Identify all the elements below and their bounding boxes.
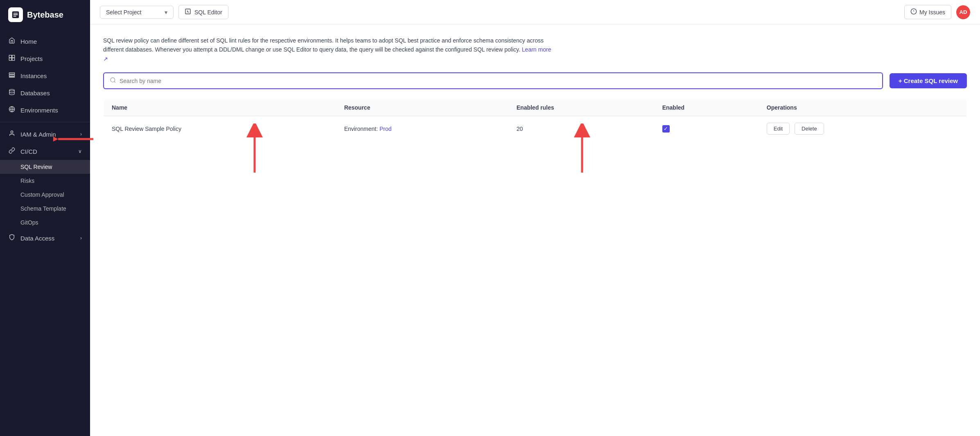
my-issues-icon bbox=[910, 8, 917, 16]
sidebar-item-environments[interactable]: Environments bbox=[0, 101, 90, 119]
data-access-icon bbox=[8, 234, 16, 242]
col-operations: Operations bbox=[759, 99, 967, 116]
sidebar-item-home-label: Home bbox=[20, 38, 37, 45]
my-issues-button[interactable]: My Issues bbox=[904, 5, 951, 19]
svg-rect-6 bbox=[9, 74, 14, 76]
create-sql-review-button[interactable]: + Create SQL review bbox=[890, 73, 967, 88]
sidebar-item-cicd-label: CI/CD bbox=[20, 148, 37, 155]
iam-chevron-icon: › bbox=[80, 131, 82, 137]
home-icon bbox=[8, 37, 16, 45]
sidebar: Bytebase Home Projects Instances bbox=[0, 0, 90, 436]
description-main: SQL review policy can define different s… bbox=[103, 37, 544, 53]
sidebar-item-instances[interactable]: Instances bbox=[0, 67, 90, 84]
svg-rect-5 bbox=[9, 73, 14, 74]
logo-icon bbox=[8, 7, 23, 22]
select-project-label: Select Project bbox=[106, 9, 141, 16]
delete-button[interactable]: Delete bbox=[795, 123, 824, 135]
instances-icon bbox=[8, 72, 16, 80]
col-name: Name bbox=[104, 99, 336, 116]
svg-rect-1 bbox=[9, 55, 11, 58]
logo[interactable]: Bytebase bbox=[0, 0, 90, 29]
sidebar-item-risks[interactable]: Risks bbox=[0, 174, 90, 188]
my-issues-label: My Issues bbox=[919, 9, 945, 16]
col-enabled: Enabled bbox=[654, 99, 759, 116]
table-header-row: Name Resource Enabled rules Enabled Oper… bbox=[104, 99, 967, 116]
sql-editor-label: SQL Editor bbox=[194, 9, 222, 16]
enabled-checkbox[interactable]: ✓ bbox=[662, 125, 670, 133]
projects-icon bbox=[8, 54, 16, 63]
sidebar-item-databases-label: Databases bbox=[20, 90, 50, 97]
sql-editor-icon bbox=[185, 8, 191, 16]
select-project-dropdown[interactable]: Select Project ▾ bbox=[100, 6, 174, 19]
nav-divider bbox=[0, 122, 90, 122]
svg-rect-4 bbox=[12, 58, 15, 61]
chevron-down-icon: ▾ bbox=[165, 9, 167, 16]
sidebar-item-sql-review-label: SQL Review bbox=[20, 164, 52, 170]
external-link-icon: ↗ bbox=[103, 56, 108, 62]
search-box bbox=[103, 72, 883, 89]
cicd-chevron-icon: ∨ bbox=[78, 148, 82, 154]
sidebar-item-instances-label: Instances bbox=[20, 72, 47, 79]
row-resource: Environment: Prod bbox=[336, 116, 508, 142]
sidebar-item-projects-label: Projects bbox=[20, 55, 43, 62]
search-icon bbox=[110, 77, 116, 85]
sidebar-item-databases[interactable]: Databases bbox=[0, 84, 90, 101]
cicd-icon bbox=[8, 147, 16, 155]
sidebar-item-environments-label: Environments bbox=[20, 107, 58, 114]
sidebar-item-risks-label: Risks bbox=[20, 178, 34, 184]
search-input[interactable] bbox=[120, 78, 876, 84]
svg-point-10 bbox=[11, 131, 13, 133]
svg-rect-7 bbox=[9, 76, 14, 77]
databases-icon bbox=[8, 89, 16, 97]
svg-line-16 bbox=[114, 81, 115, 83]
edit-button[interactable]: Edit bbox=[767, 123, 790, 135]
svg-point-15 bbox=[111, 78, 115, 82]
sidebar-item-schema-template-label: Schema Template bbox=[20, 205, 66, 212]
app-name: Bytebase bbox=[27, 10, 63, 20]
sidebar-item-cicd[interactable]: CI/CD ∨ bbox=[0, 143, 90, 160]
col-resource: Resource bbox=[336, 99, 508, 116]
row-operations: Edit Delete bbox=[759, 116, 967, 142]
sidebar-item-data-access-label: Data Access bbox=[20, 235, 54, 242]
resource-link[interactable]: Prod bbox=[379, 126, 392, 132]
svg-point-8 bbox=[9, 89, 14, 91]
row-enabled-rules: 20 bbox=[508, 116, 654, 142]
policy-table: Name Resource Enabled rules Enabled Oper… bbox=[103, 99, 967, 142]
sql-editor-button[interactable]: SQL Editor bbox=[178, 5, 228, 19]
description-text: SQL review policy can define different s… bbox=[103, 36, 553, 63]
row-enabled: ✓ bbox=[654, 116, 759, 142]
sidebar-item-custom-approval-label: Custom Approval bbox=[20, 191, 64, 198]
sidebar-item-iam-admin[interactable]: IAM & Admin › bbox=[0, 126, 90, 143]
resource-prefix: Environment: bbox=[344, 126, 379, 132]
content-area: SQL review policy can define different s… bbox=[90, 25, 980, 436]
main-content: Select Project ▾ SQL Editor My Issues AD… bbox=[90, 0, 980, 436]
row-name: SQL Review Sample Policy bbox=[104, 116, 336, 142]
table-row: SQL Review Sample Policy Environment: Pr… bbox=[104, 116, 967, 142]
topbar-right: My Issues AD bbox=[904, 5, 970, 19]
sidebar-nav: Home Projects Instances Databases bbox=[0, 29, 90, 436]
col-enabled-rules: Enabled rules bbox=[508, 99, 654, 116]
sidebar-item-home[interactable]: Home bbox=[0, 33, 90, 50]
sidebar-item-projects[interactable]: Projects bbox=[0, 50, 90, 67]
sidebar-item-schema-template[interactable]: Schema Template bbox=[0, 202, 90, 216]
table-container: Name Resource Enabled rules Enabled Oper… bbox=[103, 99, 967, 142]
iam-icon bbox=[8, 130, 16, 138]
svg-rect-3 bbox=[9, 58, 11, 61]
environments-icon bbox=[8, 106, 16, 114]
svg-rect-2 bbox=[12, 55, 15, 58]
sidebar-item-gitops[interactable]: GitOps bbox=[0, 216, 90, 229]
avatar[interactable]: AD bbox=[956, 5, 970, 19]
sidebar-item-sql-review[interactable]: SQL Review bbox=[0, 160, 90, 174]
sidebar-item-data-access[interactable]: Data Access › bbox=[0, 229, 90, 247]
data-access-chevron-icon: › bbox=[80, 235, 82, 241]
sidebar-item-iam-label: IAM & Admin bbox=[20, 131, 56, 138]
sidebar-item-gitops-label: GitOps bbox=[20, 219, 38, 226]
sidebar-item-custom-approval[interactable]: Custom Approval bbox=[0, 188, 90, 202]
search-create-row: + Create SQL review bbox=[103, 72, 967, 89]
topbar: Select Project ▾ SQL Editor My Issues AD bbox=[90, 0, 980, 25]
